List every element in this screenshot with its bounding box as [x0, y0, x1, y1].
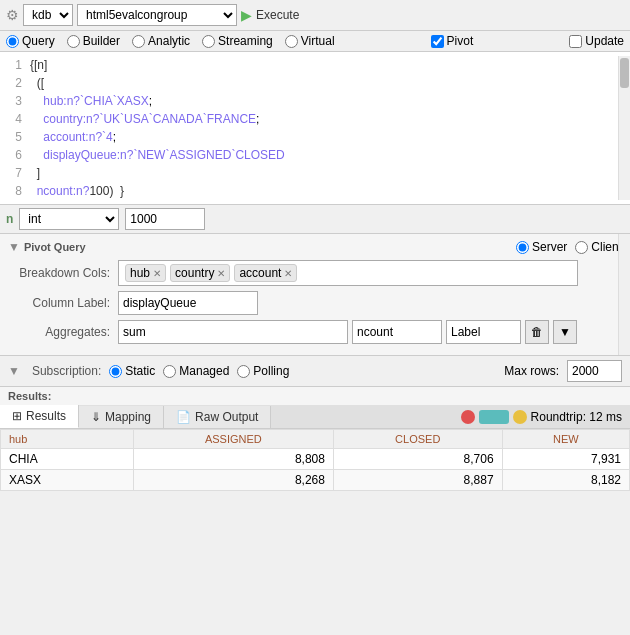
rt-yellow-dot [513, 410, 527, 424]
code-line-6: displayQueue:n?`NEW`ASSIGNED`CLOSED [30, 146, 614, 164]
sub-collapse-icon[interactable]: ▼ [8, 364, 20, 378]
cell-closed-2: 8,887 [333, 470, 502, 491]
tab-raw-output[interactable]: 📄 Raw Output [164, 406, 271, 428]
analytic-label[interactable]: Analytic [148, 34, 190, 48]
column-label-label: Column Label: [8, 296, 118, 310]
server-label[interactable]: Server [532, 240, 567, 254]
agg-delete-button[interactable]: 🗑 [525, 320, 549, 344]
aggregates-label: Aggregates: [8, 325, 118, 339]
results-tab-label: Results [26, 409, 66, 423]
builder-label[interactable]: Builder [83, 34, 120, 48]
static-label[interactable]: Static [125, 364, 155, 378]
max-rows-input[interactable] [567, 360, 622, 382]
cell-new-1: 7,931 [502, 449, 629, 470]
param-type-select[interactable]: int float string boolean [19, 208, 119, 230]
agg-input-1[interactable] [118, 320, 348, 344]
db-icon: ⚙ [6, 7, 19, 23]
params-row: n int float string boolean [0, 205, 630, 234]
code-content[interactable]: {[n] ([ hub:n?`CHIA`XASX; country:n?`UK`… [30, 56, 618, 200]
agg-dropdown-button[interactable]: ▼ [553, 320, 577, 344]
tag-country: country ✕ [170, 264, 230, 282]
pivot-scrollbar[interactable] [618, 234, 630, 355]
builder-radio[interactable] [67, 35, 80, 48]
roundtrip: Roundtrip: 12 ms [453, 406, 630, 428]
toolbar: ⚙ kdb html5evalcongroup ▶ Execute [0, 0, 630, 31]
pivot-label[interactable]: Pivot [447, 34, 474, 48]
managed-label[interactable]: Managed [179, 364, 229, 378]
tab-results[interactable]: ⊞ Results [0, 405, 79, 428]
pivot-checkbox[interactable] [431, 35, 444, 48]
update-checkbox-group: Update [569, 34, 624, 48]
rt-red-dot [461, 410, 475, 424]
table-row: CHIA 8,808 8,706 7,931 [1, 449, 630, 470]
query-radio[interactable] [6, 35, 19, 48]
agg-input-3[interactable] [446, 320, 521, 344]
code-line-5: account:n?`4; [30, 128, 614, 146]
roundtrip-text: Roundtrip: 12 ms [531, 410, 622, 424]
managed-radio-group: Managed [163, 364, 229, 378]
client-radio[interactable] [575, 241, 588, 254]
param-value-input[interactable] [125, 208, 205, 230]
query-label[interactable]: Query [22, 34, 55, 48]
update-label[interactable]: Update [585, 34, 624, 48]
cell-assigned-1: 8,808 [133, 449, 333, 470]
polling-label[interactable]: Polling [253, 364, 289, 378]
managed-radio[interactable] [163, 365, 176, 378]
pivot-section: ▼ Pivot Query Server Client Breakdown Co… [0, 234, 630, 356]
polling-radio-group: Polling [237, 364, 289, 378]
results-tab-icon: ⊞ [12, 409, 22, 423]
update-checkbox[interactable] [569, 35, 582, 48]
polling-radio[interactable] [237, 365, 250, 378]
tag-account: account ✕ [234, 264, 297, 282]
static-radio[interactable] [109, 365, 122, 378]
streaming-radio-group: Streaming [202, 34, 273, 48]
mode-row: Query Builder Analytic Streaming Virtual… [0, 31, 630, 52]
col-header-new: NEW [502, 430, 629, 449]
agg-row: 🗑 ▼ [118, 320, 577, 344]
virtual-radio[interactable] [285, 35, 298, 48]
breakdown-row: Breakdown Cols: hub ✕ country ✕ account … [8, 260, 622, 286]
execute-button[interactable]: ▶ Execute [241, 7, 299, 23]
tag-hub-text: hub [130, 266, 150, 280]
server-radio[interactable] [516, 241, 529, 254]
agg-input-2[interactable] [352, 320, 442, 344]
subscription-row: ▼ Subscription: Static Managed Polling M… [0, 356, 630, 387]
tab-mapping[interactable]: ⇓ Mapping [79, 406, 164, 428]
mapping-tab-label: Mapping [105, 410, 151, 424]
editor-scrollbar-thumb [620, 58, 629, 88]
pivot-collapse-icon[interactable]: ▼ [8, 240, 20, 254]
code-line-4: country:n?`UK`USA`CANADA`FRANCE; [30, 110, 614, 128]
tag-account-remove[interactable]: ✕ [284, 268, 292, 279]
static-radio-group: Static [109, 364, 155, 378]
analytic-radio-group: Analytic [132, 34, 190, 48]
db-select[interactable]: kdb [23, 4, 73, 26]
col-header-assigned: ASSIGNED [133, 430, 333, 449]
group-select[interactable]: html5evalcongroup [77, 4, 237, 26]
code-line-1: {[n] [30, 56, 614, 74]
pivot-section-header: ▼ Pivot Query Server Client [8, 240, 622, 254]
streaming-label[interactable]: Streaming [218, 34, 273, 48]
execute-label: Execute [256, 8, 299, 22]
raw-output-tab-label: Raw Output [195, 410, 258, 424]
tag-account-text: account [239, 266, 281, 280]
streaming-radio[interactable] [202, 35, 215, 48]
editor-scrollbar[interactable] [618, 56, 630, 200]
tag-country-remove[interactable]: ✕ [217, 268, 225, 279]
tag-hub: hub ✕ [125, 264, 166, 282]
aggregates-row: Aggregates: 🗑 ▼ [8, 320, 622, 344]
query-radio-group: Query [6, 34, 55, 48]
server-client-group: Server Client [516, 240, 622, 254]
tag-country-text: country [175, 266, 214, 280]
pivot-section-title: Pivot Query [24, 241, 86, 253]
results-table: hub ASSIGNED CLOSED NEW CHIA 8,808 8,706… [0, 429, 630, 491]
code-line-7: ] [30, 164, 614, 182]
col-header-closed: CLOSED [333, 430, 502, 449]
client-radio-group: Client [575, 240, 622, 254]
analytic-radio[interactable] [132, 35, 145, 48]
column-label-input[interactable] [118, 291, 258, 315]
cell-hub-1: CHIA [1, 449, 134, 470]
breakdown-field: hub ✕ country ✕ account ✕ [118, 260, 578, 286]
tag-hub-remove[interactable]: ✕ [153, 268, 161, 279]
virtual-label[interactable]: Virtual [301, 34, 335, 48]
breakdown-label: Breakdown Cols: [8, 266, 118, 280]
